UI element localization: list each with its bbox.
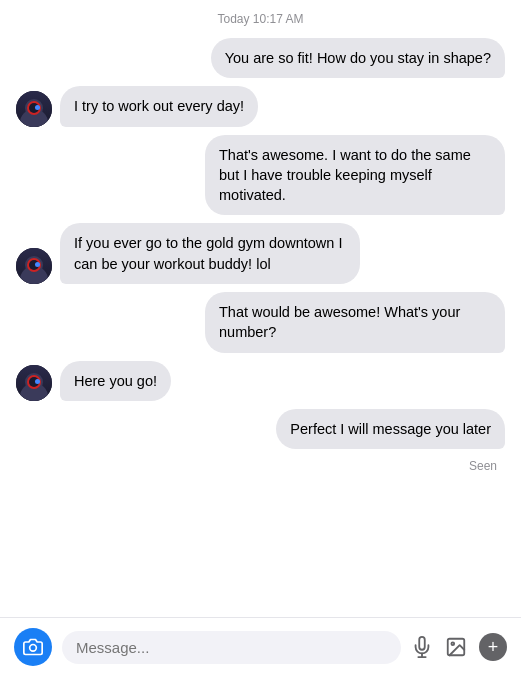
avatar bbox=[16, 91, 52, 127]
bubble-incoming: I try to work out every day! bbox=[60, 86, 258, 126]
message-row: I try to work out every day! bbox=[16, 86, 505, 126]
bubble-outgoing: You are so fit! How do you stay in shape… bbox=[211, 38, 505, 78]
message-row: If you ever go to the gold gym downtown … bbox=[16, 223, 505, 284]
mic-button[interactable] bbox=[411, 636, 433, 658]
bubble-incoming: If you ever go to the gold gym downtown … bbox=[60, 223, 360, 284]
camera-button[interactable] bbox=[14, 628, 52, 666]
message-row: Perfect I will message you later bbox=[16, 409, 505, 449]
message-row: Here you go! bbox=[16, 361, 505, 401]
chat-container: Today 10:17 AM You are so fit! How do yo… bbox=[0, 0, 521, 617]
avatar bbox=[16, 248, 52, 284]
bubble-outgoing: That's awesome. I want to do the same bu… bbox=[205, 135, 505, 216]
svg-point-4 bbox=[451, 642, 454, 645]
image-icon bbox=[445, 636, 467, 658]
avatar bbox=[16, 365, 52, 401]
bubble-outgoing: Perfect I will message you later bbox=[276, 409, 505, 449]
plus-icon: + bbox=[488, 637, 499, 658]
bubble-outgoing: That would be awesome! What's your numbe… bbox=[205, 292, 505, 353]
mic-icon bbox=[411, 636, 433, 658]
timestamp: Today 10:17 AM bbox=[16, 12, 505, 26]
input-actions: + bbox=[411, 633, 507, 661]
message-input-wrapper bbox=[62, 631, 401, 664]
message-row: That's awesome. I want to do the same bu… bbox=[16, 135, 505, 216]
camera-icon bbox=[23, 637, 43, 657]
message-input[interactable] bbox=[76, 639, 387, 656]
message-row: That would be awesome! What's your numbe… bbox=[16, 292, 505, 353]
svg-point-0 bbox=[30, 645, 37, 652]
seen-status: Seen bbox=[16, 459, 505, 473]
plus-button[interactable]: + bbox=[479, 633, 507, 661]
image-button[interactable] bbox=[445, 636, 467, 658]
bubble-incoming: Here you go! bbox=[60, 361, 171, 401]
message-row: You are so fit! How do you stay in shape… bbox=[16, 38, 505, 78]
input-bar: + bbox=[0, 617, 521, 676]
